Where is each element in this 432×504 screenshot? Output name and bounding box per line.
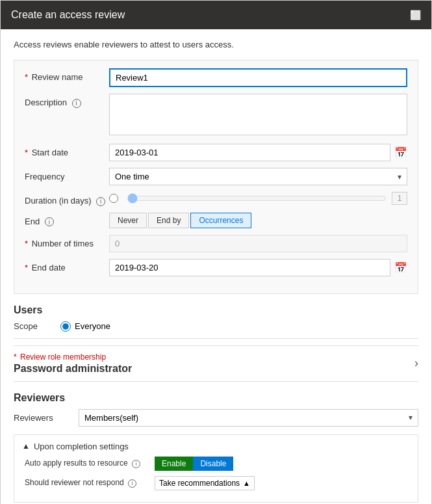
not-respond-info-icon[interactable]: i: [128, 479, 136, 488]
not-respond-label: Should reviewer not respond i: [25, 478, 155, 488]
review-name-required-star: *: [25, 72, 28, 82]
reviewers-field-label: Reviewers: [14, 413, 79, 423]
description-input[interactable]: [109, 94, 407, 135]
number-of-times-control: [109, 235, 407, 252]
users-section: Users Scope Everyone: [14, 304, 418, 339]
form-section: * Review name Description i: [14, 60, 418, 294]
not-respond-chevron-up-icon: ▲: [243, 479, 250, 487]
users-section-title: Users: [14, 304, 418, 316]
number-of-times-required-star: *: [25, 239, 28, 248]
end-date-label: * End date: [25, 259, 109, 272]
role-required-star: *: [14, 352, 17, 362]
duration-radio[interactable]: [109, 194, 118, 203]
create-access-review-window: Create an access review ⬜ Access reviews…: [0, 0, 432, 504]
duration-label: Duration (in days) i: [25, 192, 109, 206]
duration-info-icon[interactable]: i: [96, 197, 105, 206]
scope-label: Scope: [14, 321, 53, 331]
end-never-button[interactable]: Never: [109, 213, 147, 228]
review-name-control: [109, 68, 407, 87]
reviewers-section-title: Reviewers: [14, 392, 418, 404]
end-label: End i: [25, 213, 109, 227]
description-info-icon[interactable]: i: [72, 99, 81, 108]
scope-row: Scope Everyone: [14, 321, 418, 332]
frequency-row: Frequency One time Weekly Monthly Quarte…: [25, 168, 407, 185]
end-control: Never End by Occurrences: [109, 213, 407, 228]
subtitle: Access reviews enable reviewers to attes…: [14, 40, 418, 49]
start-date-label: * Start date: [25, 144, 109, 157]
auto-apply-label: Auto apply results to resource i: [25, 458, 155, 468]
end-by-button[interactable]: End by: [148, 213, 189, 228]
reviewers-select-wrapper: Members(self) Selected users Managers ▾: [79, 409, 418, 427]
number-of-times-row: * Number of times: [25, 235, 407, 252]
role-value: Password administrator: [14, 363, 414, 375]
start-date-required-star: *: [25, 148, 28, 157]
review-name-input[interactable]: [109, 68, 407, 87]
start-date-input[interactable]: [109, 144, 390, 161]
completion-settings-header[interactable]: ▲ Upon completion settings: [22, 442, 410, 451]
duration-control: 1: [109, 192, 407, 205]
end-date-row: * End date 📅: [25, 259, 407, 276]
end-buttons-group: Never End by Occurrences: [109, 213, 407, 228]
not-respond-select[interactable]: Take recommendations Approve access Deny…: [159, 479, 240, 488]
duration-value: 1: [392, 192, 407, 205]
title-bar: Create an access review ⬜: [1, 1, 431, 29]
frequency-chevron-down-icon: ▾: [398, 172, 401, 181]
role-section-left: * Review role membership Password admini…: [14, 352, 414, 375]
completion-settings: ▲ Upon completion settings Auto apply re…: [14, 434, 418, 503]
not-respond-row: Should reviewer not respond i Take recom…: [22, 476, 410, 490]
scope-everyone-label: Everyone: [75, 321, 110, 331]
review-name-row: * Review name: [25, 68, 407, 87]
role-chevron-right-icon: ›: [414, 356, 418, 370]
end-row: End i Never End by Occurrences: [25, 213, 407, 228]
end-date-control: 📅: [109, 259, 407, 276]
main-content: Access reviews enable reviewers to attes…: [1, 29, 431, 504]
frequency-label: Frequency: [25, 168, 109, 181]
duration-slider[interactable]: [127, 193, 387, 204]
start-date-control: 📅: [109, 144, 407, 161]
scope-everyone-radio[interactable]: [60, 321, 71, 332]
end-occurrences-button[interactable]: Occurrences: [190, 213, 251, 228]
review-name-label: * Review name: [25, 68, 109, 82]
window-title: Create an access review: [11, 9, 125, 21]
not-respond-select-wrapper: Take recommendations Approve access Deny…: [155, 476, 255, 490]
completion-chevron-up-icon: ▲: [22, 442, 30, 451]
auto-apply-info-icon[interactable]: i: [132, 460, 140, 468]
description-control: [109, 94, 407, 137]
auto-apply-toggle-group: Enable Disable: [155, 457, 233, 471]
frequency-control: One time Weekly Monthly Quarterly Annual…: [109, 168, 407, 185]
end-date-calendar-icon[interactable]: 📅: [394, 261, 407, 274]
frequency-select-wrapper: One time Weekly Monthly Quarterly Annual…: [109, 168, 407, 185]
reviewers-select[interactable]: Members(self) Selected users Managers: [84, 413, 409, 423]
users-divider: [14, 338, 418, 339]
reviewers-chevron-down-icon: ▾: [409, 413, 413, 422]
auto-apply-row: Auto apply results to resource i Enable …: [22, 457, 410, 471]
description-row: Description i: [25, 94, 407, 137]
number-of-times-label: * Number of times: [25, 235, 109, 248]
frequency-select[interactable]: One time Weekly Monthly Quarterly Annual…: [115, 172, 398, 181]
duration-row: Duration (in days) i 1: [25, 192, 407, 206]
reviewers-row: Reviewers Members(self) Selected users M…: [14, 409, 418, 427]
end-date-field: 📅: [109, 259, 407, 276]
number-of-times-input[interactable]: [109, 235, 407, 252]
role-membership-section[interactable]: * Review role membership Password admini…: [14, 345, 418, 382]
end-date-input[interactable]: [109, 259, 390, 276]
start-date-row: * Start date 📅: [25, 144, 407, 161]
duration-slider-row: 1: [109, 192, 407, 205]
end-date-required-star: *: [25, 263, 28, 272]
auto-apply-enable-button[interactable]: Enable: [155, 457, 193, 471]
minimize-icon[interactable]: ⬜: [410, 10, 421, 20]
auto-apply-disable-button[interactable]: Disable: [193, 457, 233, 471]
description-label: Description i: [25, 94, 109, 108]
end-info-icon[interactable]: i: [45, 217, 54, 226]
start-date-field: 📅: [109, 144, 407, 161]
start-date-calendar-icon[interactable]: 📅: [394, 146, 407, 159]
reviewers-section: Reviewers Reviewers Members(self) Select…: [14, 392, 418, 505]
role-section-label: * Review role membership: [14, 352, 414, 362]
